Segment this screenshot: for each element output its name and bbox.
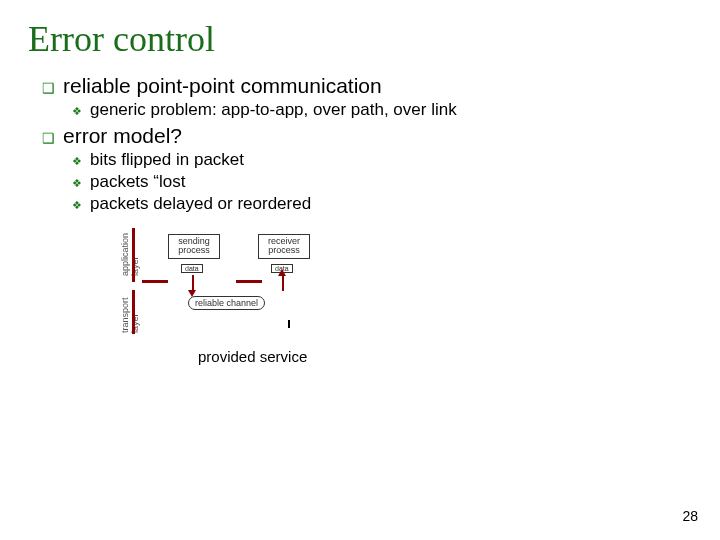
bullet-text: packets delayed or reordered — [90, 194, 311, 214]
diamond-bullet-icon: ❖ — [72, 177, 82, 190]
square-bullet-icon: ❑ — [42, 80, 55, 96]
bullet-packets-delayed: ❖ packets delayed or reordered — [72, 194, 692, 214]
diagram: applicationlayer transportlayer sendingp… — [118, 228, 348, 338]
diamond-bullet-icon: ❖ — [72, 199, 82, 212]
bullet-text: bits flipped in packet — [90, 150, 244, 170]
bullet-packets-lost: ❖ packets “lost — [72, 172, 692, 192]
accent-line — [142, 280, 168, 283]
bullet-text: packets “lost — [90, 172, 185, 192]
box-receiver-process: receiverprocess — [258, 234, 310, 259]
accent-line — [236, 280, 262, 283]
bullet-text: generic problem: app-to-app, over path, … — [90, 100, 457, 120]
page-number: 28 — [682, 508, 698, 524]
box-sending-process: sendingprocess — [168, 234, 220, 259]
diagram-figure: applicationlayer transportlayer sendingp… — [118, 228, 692, 338]
box-data-left: data — [181, 264, 203, 273]
figure-caption: provided service — [198, 348, 692, 365]
bar-application-layer — [132, 228, 135, 282]
square-bullet-icon: ❑ — [42, 130, 55, 146]
arrow-up-icon — [278, 269, 286, 276]
label-application-layer: applicationlayer — [120, 233, 140, 276]
box-reliable-channel: reliable channel — [188, 296, 265, 310]
tick-mark — [288, 320, 290, 328]
bullet-reliable-p2p: ❑ reliable point-point communication — [42, 74, 692, 98]
diamond-bullet-icon: ❖ — [72, 105, 82, 118]
bullet-bits-flipped: ❖ bits flipped in packet — [72, 150, 692, 170]
bar-transport-layer — [132, 290, 135, 334]
arrow-line — [192, 275, 194, 291]
slide-title: Error control — [28, 18, 692, 60]
bullet-text: reliable point-point communication — [63, 74, 382, 98]
slide: Error control ❑ reliable point-point com… — [0, 0, 720, 540]
bullet-text: error model? — [63, 124, 182, 148]
arrow-line — [282, 275, 284, 291]
bullet-error-model: ❑ error model? — [42, 124, 692, 148]
diamond-bullet-icon: ❖ — [72, 155, 82, 168]
label-transport-layer: transportlayer — [120, 297, 140, 333]
bullet-generic-problem: ❖ generic problem: app-to-app, over path… — [72, 100, 692, 120]
